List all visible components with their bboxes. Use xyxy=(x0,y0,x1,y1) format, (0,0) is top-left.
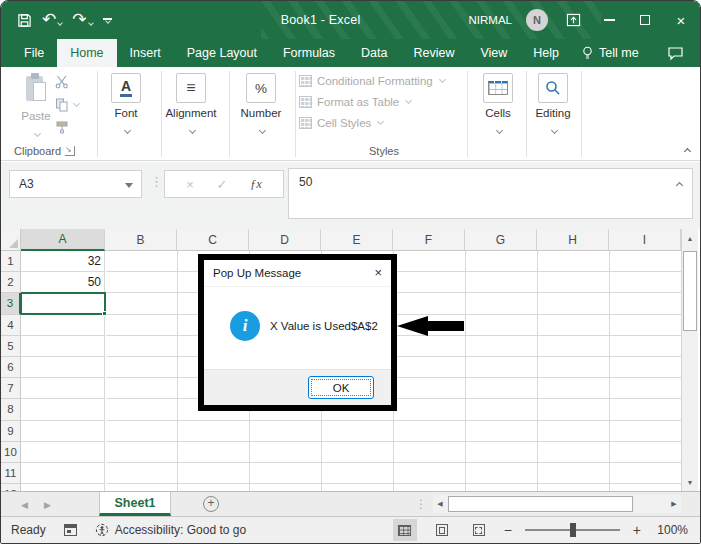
group-separator xyxy=(229,71,230,157)
ok-button[interactable]: OK xyxy=(308,376,374,399)
tab-formulas[interactable]: Formulas xyxy=(270,39,348,67)
normal-view-button[interactable] xyxy=(393,519,417,541)
collapse-ribbon-button[interactable] xyxy=(684,148,691,155)
alignment-group-button[interactable]: ≡ Alignment xyxy=(161,73,221,137)
name-box[interactable]: A3 xyxy=(9,170,142,198)
new-sheet-button[interactable]: + xyxy=(203,496,219,512)
scroll-down-icon: ▼ xyxy=(687,479,694,486)
tab-view[interactable]: View xyxy=(467,39,520,67)
horizontal-scroll-thumb[interactable] xyxy=(448,496,633,512)
tab-page-layout[interactable]: Page Layout xyxy=(174,39,270,67)
tell-me-button[interactable]: Tell me xyxy=(572,39,649,67)
cell-styles-chevron xyxy=(377,118,384,125)
conditional-formatting-button[interactable]: Conditional Formatting xyxy=(299,75,445,87)
dialog-title-bar[interactable]: Pop Up Message × xyxy=(204,260,391,287)
format-as-table-button[interactable]: Format as Table xyxy=(299,96,445,108)
cancel-entry-icon[interactable]: × xyxy=(186,177,194,192)
cell-A2[interactable]: 50 xyxy=(21,272,101,293)
cell-A1[interactable]: 32 xyxy=(21,251,101,272)
zoom-level[interactable]: 100% xyxy=(654,523,688,537)
row-header-12[interactable]: 12 xyxy=(1,484,21,491)
column-header-C[interactable]: C xyxy=(177,229,249,251)
copy-button[interactable] xyxy=(55,98,79,112)
zoom-slider[interactable] xyxy=(525,529,620,531)
name-box-dropdown-icon[interactable] xyxy=(125,183,133,188)
zoom-in-button[interactable]: + xyxy=(633,522,641,538)
user-name[interactable]: NIRMAL xyxy=(469,14,512,26)
tab-home[interactable]: Home xyxy=(57,39,116,67)
maximize-button[interactable] xyxy=(634,1,656,39)
scroll-left-button[interactable]: ◀ xyxy=(433,495,447,513)
row-header-1[interactable]: 1 xyxy=(1,251,21,272)
dialog-close-icon[interactable]: × xyxy=(374,265,382,280)
row-header-2[interactable]: 2 xyxy=(1,272,21,293)
row-header-7[interactable]: 7 xyxy=(1,378,21,399)
close-icon: × xyxy=(677,13,686,28)
page-layout-view-button[interactable] xyxy=(430,519,454,541)
minimize-button[interactable] xyxy=(598,1,620,39)
number-group-button[interactable]: % Number xyxy=(231,73,291,137)
accessibility-status[interactable]: Accessibility: Good to go xyxy=(95,523,246,537)
tab-help[interactable]: Help xyxy=(520,39,572,67)
insert-function-icon[interactable]: ƒx xyxy=(250,177,262,192)
column-header-I[interactable]: I xyxy=(609,229,681,251)
select-all-corner[interactable] xyxy=(1,229,21,251)
cells-icon xyxy=(488,81,508,95)
format-painter-button[interactable] xyxy=(55,121,79,134)
confirm-entry-icon[interactable]: ✓ xyxy=(216,177,227,192)
sheet-nav-right-icon[interactable]: ▶ xyxy=(44,500,51,510)
horizontal-scrollbar[interactable]: ◀ ▶ xyxy=(433,495,681,513)
vertical-scrollbar[interactable]: ▲ ▼ xyxy=(681,229,698,491)
tell-me-label: Tell me xyxy=(599,46,639,60)
record-macro-icon[interactable] xyxy=(64,524,77,536)
active-cell-A3-selection[interactable] xyxy=(21,292,106,315)
scroll-right-button[interactable]: ▶ xyxy=(667,495,681,513)
formula-input[interactable]: 50 xyxy=(288,168,693,219)
close-button[interactable]: × xyxy=(670,1,692,39)
column-header-D[interactable]: D xyxy=(249,229,321,251)
sheet-tab-sheet1[interactable]: Sheet1 xyxy=(99,492,171,516)
page-break-view-button[interactable] xyxy=(467,519,491,541)
editing-group-button[interactable]: Editing xyxy=(523,73,583,137)
row-header-9[interactable]: 9 xyxy=(1,421,21,442)
tab-insert[interactable]: Insert xyxy=(117,39,174,67)
cells-group-button[interactable]: Cells xyxy=(468,73,528,137)
row-header-4[interactable]: 4 xyxy=(1,315,21,336)
clipboard-dialog-launcher[interactable]: ↘ xyxy=(65,146,75,156)
row-header-5[interactable]: 5 xyxy=(1,336,21,357)
tab-review[interactable]: Review xyxy=(400,39,467,67)
zoom-out-button[interactable]: − xyxy=(504,522,512,538)
paste-button[interactable]: Paste xyxy=(13,73,59,140)
row-header-10[interactable]: 10 xyxy=(1,442,21,463)
font-group-button[interactable]: A Font xyxy=(96,73,156,137)
row-header-3[interactable]: 3 xyxy=(1,293,21,314)
column-header-B[interactable]: B xyxy=(105,229,177,251)
zoom-slider-handle[interactable] xyxy=(570,523,576,537)
cut-button[interactable] xyxy=(55,75,79,89)
scroll-down-button[interactable]: ▼ xyxy=(682,473,698,491)
scroll-up-button[interactable]: ▲ xyxy=(682,229,698,247)
tab-data[interactable]: Data xyxy=(348,39,400,67)
column-header-E[interactable]: E xyxy=(321,229,393,251)
scroll-up-icon: ▲ xyxy=(687,235,694,242)
avatar[interactable]: N xyxy=(526,9,548,31)
fill-handle[interactable] xyxy=(102,311,107,316)
column-header-F[interactable]: F xyxy=(393,229,465,251)
column-header-A[interactable]: A xyxy=(21,229,105,251)
ribbon-display-options-button[interactable] xyxy=(562,1,584,39)
cell-styles-icon xyxy=(299,117,312,129)
collapse-formula-bar-chevron[interactable] xyxy=(676,182,683,189)
cell-styles-button[interactable]: Cell Styles xyxy=(299,117,445,129)
row-header-8[interactable]: 8 xyxy=(1,399,21,420)
row-header-11[interactable]: 11 xyxy=(1,463,21,484)
vertical-scroll-thumb[interactable] xyxy=(683,251,697,331)
column-header-H[interactable]: H xyxy=(537,229,609,251)
row-header-6[interactable]: 6 xyxy=(1,357,21,378)
tab-file[interactable]: File xyxy=(11,39,57,67)
normal-view-icon xyxy=(398,525,411,536)
column-header-G[interactable]: G xyxy=(465,229,537,251)
copy-chevron[interactable] xyxy=(73,100,80,107)
sheet-nav-left-icon[interactable]: ◀ xyxy=(21,500,28,510)
minimize-icon xyxy=(604,19,615,21)
comments-button[interactable] xyxy=(667,39,700,67)
